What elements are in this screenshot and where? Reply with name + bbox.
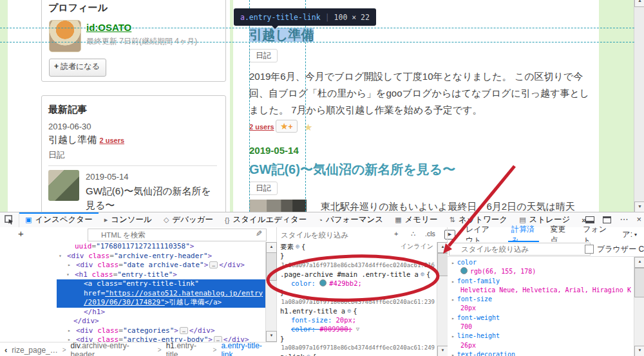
breadcrumb-back-icon[interactable]: ‹: [5, 345, 7, 355]
markup-line[interactable]: <a class="entry-title-link": [57, 279, 276, 289]
rules-scrollbar[interactable]: ▲ ▼: [437, 242, 448, 356]
highlight-target-icon[interactable]: ⊕: [345, 306, 353, 315]
twisty-right-icon[interactable]: ▸: [451, 260, 455, 266]
twisty-right-icon[interactable]: ▸: [451, 333, 455, 339]
recent-entry-category[interactable]: 日記: [48, 149, 65, 161]
twisty-right-icon[interactable]: ▸: [451, 315, 455, 321]
declaration[interactable]: font-size: 20px;: [291, 315, 356, 324]
add-rule-button[interactable]: +: [394, 230, 398, 238]
breadcrumb-item[interactable]: div.archive-entry-header: [71, 341, 153, 356]
computed-filter-input[interactable]: [449, 243, 591, 256]
eyedropper-icon[interactable]: ✎: [256, 229, 262, 238]
computed-scrollbar[interactable]: ▲ ▼: [634, 257, 644, 356]
recent-entry-link[interactable]: GW記(6)〜気仙沼の新名所を見る〜: [86, 184, 218, 212]
browser-css-checkbox[interactable]: [585, 245, 594, 254]
category-button[interactable]: 日記: [249, 182, 278, 195]
print-media-toggle-icon[interactable]: ▶: [444, 230, 455, 239]
separate-window-icon[interactable]: [603, 216, 611, 223]
scroll-down-icon[interactable]: ▼: [266, 331, 277, 342]
scroll-up-icon[interactable]: ▲: [437, 242, 448, 253]
sidebar-tab-animations[interactable]: ア:▾: [615, 227, 644, 242]
highlight-target-icon[interactable]: ⊕: [419, 270, 426, 279]
twisty-right-icon[interactable]: ▸: [68, 326, 71, 336]
tab-performance[interactable]: ◔パフォーマンス: [312, 212, 389, 227]
breadcrumb-item[interactable]: a.entry-title-link: [221, 341, 273, 356]
style-filter-input[interactable]: [279, 229, 379, 241]
sidebar-tab-layout[interactable]: レイアウト: [459, 227, 504, 242]
rule-source-link[interactable]: 1a08a097a16f9718e86cb4374d4ff6ec0240ac61…: [280, 261, 448, 270]
avatar[interactable]: [49, 20, 81, 52]
property-value[interactable]: 20px;: [336, 316, 357, 324]
entry-thumbnail[interactable]: [249, 200, 307, 212]
markup-line[interactable]: ▸<div class="date archive-date">…</div>: [0, 261, 276, 270]
markup-line[interactable]: uuid="17680117127211110358">: [0, 242, 276, 252]
bookmark-users-badge[interactable]: 2 users: [100, 136, 125, 144]
property-name[interactable]: font-size:: [291, 316, 336, 324]
add-star-button[interactable]: ★+: [276, 120, 298, 133]
html-search-input[interactable]: [88, 229, 267, 241]
bookmark-users-badge[interactable]: 2 users: [249, 123, 274, 131]
tab-memory[interactable]: ▦メモリー: [389, 212, 443, 227]
scroll-up-icon[interactable]: ▲: [634, 0, 644, 7]
tab-style-editor[interactable]: {}スタイルエディター: [219, 212, 312, 227]
color-swatch[interactable]: [319, 279, 327, 286]
breadcrumb-item[interactable]: h1.entry-title: [166, 341, 209, 356]
twisty-right-icon[interactable]: ▸: [451, 352, 455, 356]
filter-icon[interactable]: ▽: [356, 324, 359, 333]
twisty-right-icon[interactable]: ▸: [451, 279, 455, 285]
property-value[interactable]: #009900;: [319, 325, 352, 333]
sidebar-tab-computed[interactable]: 計算済み: [504, 227, 544, 242]
meatball-menu-icon[interactable]: ⋯: [620, 216, 628, 223]
property-value[interactable]: #429bb2;: [329, 279, 362, 287]
twisty-down-icon[interactable]: ▾: [59, 252, 62, 261]
rule-source-link[interactable]: 1a08a097a16f9718e86cb4374d4ff6ec0240ac61…: [280, 343, 448, 352]
scrollbar-thumb[interactable]: [437, 253, 448, 276]
declaration[interactable]: color: #429bb2;: [291, 279, 362, 288]
rule-source-link[interactable]: 1a08a097a16f9718e86cb4374d4ff6ec0240ac61…: [280, 297, 448, 306]
highlight-target-icon[interactable]: ⊕: [305, 352, 312, 356]
markup-scrollbar[interactable]: ▲ ▼: [265, 242, 276, 342]
entry-title-link[interactable]: GW記(6)〜気仙沼の新名所を見る〜: [249, 162, 455, 176]
markup-line[interactable]: </div>: [0, 317, 276, 326]
sidebar-tab-changes[interactable]: 変更点: [543, 227, 576, 242]
scroll-down-icon[interactable]: ▼: [634, 346, 644, 356]
twisty-right-icon[interactable]: ▸: [68, 261, 71, 270]
sidebar-tab-fonts[interactable]: フォント: [576, 227, 615, 242]
markup-line[interactable]: href="https://osato512.hatenablog.jp/ent…: [57, 289, 276, 299]
property-name[interactable]: color:: [291, 325, 319, 333]
highlight-target-icon[interactable]: ⊕: [294, 242, 301, 251]
markup-line[interactable]: /2019/06/30/174829">引越し準備</a>: [57, 298, 276, 308]
markup-line[interactable]: </h1>: [0, 308, 276, 317]
pseudo-class-toggle-icon[interactable]: ∴: [411, 230, 415, 238]
twisty-down-icon[interactable]: ▾: [66, 270, 70, 280]
breadcrumb-item[interactable]: rize_page_…: [12, 346, 57, 355]
entry-date-link[interactable]: 2019-05-14: [249, 145, 299, 156]
recent-entry-link[interactable]: 引越し準備 2 users: [48, 134, 124, 146]
dock-side-icon[interactable]: [585, 216, 594, 223]
scroll-down-icon[interactable]: ▼: [634, 201, 644, 212]
property-name[interactable]: color:: [291, 279, 319, 287]
close-devtools-icon[interactable]: ×: [636, 216, 641, 223]
scroll-up-icon[interactable]: ▲: [266, 242, 277, 253]
category-button[interactable]: 日記: [249, 49, 278, 62]
scrollbar-thumb[interactable]: [634, 268, 644, 297]
scroll-down-icon[interactable]: ▼: [437, 346, 448, 356]
scrollbar-thumb[interactable]: [266, 252, 277, 281]
scroll-up-icon[interactable]: ▲: [634, 257, 644, 268]
markup-line[interactable]: ▾<h1 class="entry-title">: [0, 270, 276, 280]
class-toggle-button[interactable]: .cls: [425, 230, 435, 238]
debugger-icon: ◇: [164, 216, 169, 224]
page-scrollbar[interactable]: ▲ ▼: [634, 0, 644, 212]
add-node-button[interactable]: +: [18, 228, 24, 239]
markup-line[interactable]: ▸<div class="categories">…</div>: [0, 326, 276, 336]
element-picker-button[interactable]: [0, 212, 19, 227]
entry-title-link-highlighted[interactable]: 引越し準備: [249, 28, 314, 42]
markup-line[interactable]: ▾<div class="archive-entry-header">: [0, 252, 276, 261]
tab-inspector[interactable]: ▣インスペクター: [19, 212, 99, 227]
tab-debugger[interactable]: ◇デバッガー: [158, 212, 219, 227]
entry-thumbnail[interactable]: [48, 170, 79, 201]
declaration[interactable]: color: #009900;: [291, 324, 352, 333]
twisty-right-icon[interactable]: ▸: [451, 297, 455, 303]
follow-button[interactable]: +読者になる: [49, 59, 106, 77]
tab-console[interactable]: ▸コンソール: [99, 212, 158, 227]
